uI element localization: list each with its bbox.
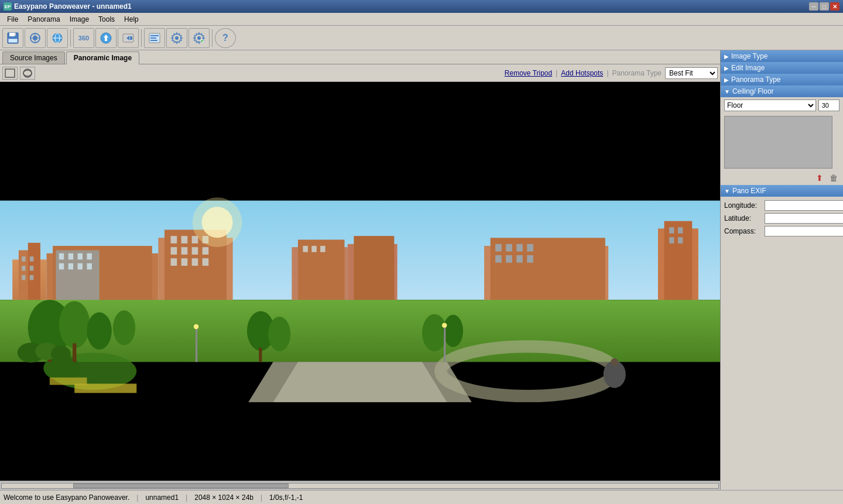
svg-rect-58 xyxy=(171,258,177,266)
svg-marker-89 xyxy=(273,362,447,402)
tabs-bar: Source Images Panoramic Image xyxy=(0,50,720,64)
save-button[interactable] xyxy=(2,28,23,48)
rect-view-button[interactable] xyxy=(2,67,18,80)
svg-rect-3 xyxy=(8,39,18,43)
svg-rect-61 xyxy=(203,258,209,266)
status-sep-3: | xyxy=(261,493,262,502)
scrollbar-track[interactable] xyxy=(1,483,719,489)
svg-rect-36 xyxy=(30,275,33,280)
svg-rect-59 xyxy=(181,258,188,266)
svg-rect-2 xyxy=(15,33,16,36)
svg-rect-51 xyxy=(181,236,188,244)
compass-input[interactable] xyxy=(765,226,843,236)
svg-rect-84 xyxy=(678,227,683,234)
edit-image-label: Edit Image xyxy=(731,64,765,72)
delete-icon-button[interactable]: 🗑 xyxy=(828,172,839,184)
svg-point-114 xyxy=(611,358,618,366)
svg-rect-83 xyxy=(669,227,674,234)
maximize-button[interactable]: □ xyxy=(820,2,829,11)
panorama-type-label: Panorama Type xyxy=(612,69,662,77)
app-icon: EP xyxy=(4,2,12,11)
longitude-input[interactable] xyxy=(765,200,843,211)
latitude-row: Latitude: xyxy=(724,212,839,225)
back-button[interactable] xyxy=(118,28,139,48)
minimize-button[interactable]: ─ xyxy=(809,2,818,11)
edit-image-header[interactable]: ▶ Edit Image xyxy=(721,62,843,74)
toolbar-sep-text: | xyxy=(556,69,557,77)
svg-rect-77 xyxy=(495,255,502,263)
close-button[interactable]: ✕ xyxy=(830,2,839,11)
svg-rect-26 xyxy=(0,92,720,201)
menu-panorama[interactable]: Panorama xyxy=(23,14,64,25)
status-message: Welcome to use Easypano Panoweaver. xyxy=(4,493,129,502)
svg-rect-31 xyxy=(22,256,25,261)
horizontal-scrollbar[interactable] xyxy=(0,481,720,490)
remove-tripod-link[interactable]: Remove Tripod xyxy=(505,69,552,77)
svg-rect-33 xyxy=(22,266,25,270)
edit-image-arrow: ▶ xyxy=(724,65,729,71)
svg-rect-35 xyxy=(22,275,25,280)
panorama-type-header[interactable]: ▶ Panorama Type xyxy=(721,74,843,85)
latitude-input[interactable] xyxy=(765,213,843,224)
svg-rect-74 xyxy=(506,244,512,252)
panorama-type-arrow: ▶ xyxy=(724,77,729,83)
right-panel: ▶ Image Type ▶ Edit Image ▶ Panorama Typ… xyxy=(720,50,843,490)
svg-rect-76 xyxy=(527,244,533,252)
image-type-arrow: ▶ xyxy=(724,53,729,60)
svg-point-112 xyxy=(442,323,447,328)
image-type-header[interactable]: ▶ Image Type xyxy=(721,50,843,62)
panorama-type-label: Panorama Type xyxy=(731,76,781,84)
svg-rect-75 xyxy=(516,244,523,252)
svg-rect-43 xyxy=(87,253,91,260)
ceiling-floor-dropdown[interactable]: Floor Ceiling xyxy=(724,100,816,111)
settings2-button[interactable] xyxy=(189,28,210,48)
sphere-view-button[interactable] xyxy=(20,67,35,80)
scrollbar-thumb[interactable] xyxy=(73,484,288,488)
tab-panoramic-image[interactable]: Panoramic Image xyxy=(66,52,139,64)
svg-point-98 xyxy=(113,310,135,345)
svg-rect-23 xyxy=(5,69,15,77)
compass-label: Compass: xyxy=(724,227,762,235)
panorama-scene xyxy=(0,82,720,481)
view-select[interactable]: Best Fit Fit Width Fit Height 100% 50% xyxy=(665,67,718,79)
upload-button[interactable] xyxy=(95,28,116,48)
status-sep-1: | xyxy=(136,493,138,502)
upload-icon-button[interactable]: ⬆ xyxy=(814,172,825,184)
svg-point-20 xyxy=(175,36,179,40)
svg-rect-57 xyxy=(203,247,209,255)
menu-help[interactable]: Help xyxy=(119,14,143,25)
svg-point-97 xyxy=(87,313,111,350)
ceiling-floor-thumbnail xyxy=(724,116,832,169)
preview-button[interactable] xyxy=(47,28,68,48)
status-filename: unnamed1 xyxy=(145,493,179,502)
menu-image[interactable]: Image xyxy=(65,14,94,25)
svg-point-96 xyxy=(59,301,90,348)
svg-rect-85 xyxy=(669,237,674,244)
menu-tools[interactable]: Tools xyxy=(94,14,119,25)
ceiling-floor-value[interactable]: 30 xyxy=(818,100,839,111)
svg-rect-32 xyxy=(30,256,33,261)
help-button[interactable]: ? xyxy=(215,28,236,48)
settings-button[interactable] xyxy=(166,28,187,48)
ceiling-floor-arrow: ▼ xyxy=(724,88,730,95)
menu-file[interactable]: File xyxy=(2,14,23,25)
status-sep-2: | xyxy=(186,493,187,502)
pano-exif-header[interactable]: ▼ Pano EXIF xyxy=(721,185,843,197)
main-area: Source Images Panoramic Image Remove Tri… xyxy=(0,50,843,490)
view-dropdown: Best Fit Fit Width Fit Height 100% 50% xyxy=(665,67,718,79)
360-button[interactable]: 360 xyxy=(73,28,94,48)
ceiling-floor-header[interactable]: ▼ Ceiling/ Floor xyxy=(721,85,843,97)
toolbar-separator-3 xyxy=(212,29,213,47)
svg-rect-54 xyxy=(171,247,177,255)
svg-rect-100 xyxy=(73,344,76,362)
stitch-button[interactable] xyxy=(25,28,46,48)
svg-point-22 xyxy=(201,39,204,42)
image-type-label: Image Type xyxy=(731,52,767,60)
tab-source-images[interactable]: Source Images xyxy=(2,52,65,64)
decode-button[interactable] xyxy=(144,28,165,48)
svg-rect-94 xyxy=(50,378,87,385)
title-left: EP Easypano Panoweaver - unnamed1 xyxy=(4,2,132,11)
svg-point-110 xyxy=(194,324,198,329)
add-hotspots-link[interactable]: Add Hotspots xyxy=(561,69,603,77)
svg-rect-50 xyxy=(171,236,177,244)
